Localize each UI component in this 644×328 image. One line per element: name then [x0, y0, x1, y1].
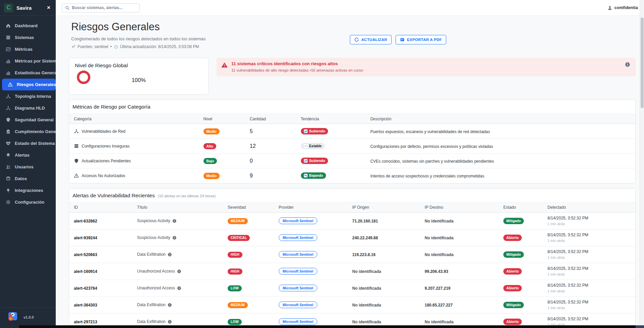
sidebar-item-seguridad-general[interactable]: Seguridad General: [0, 114, 56, 126]
search-box: [62, 3, 140, 12]
ip-destination: No identificada: [425, 219, 454, 223]
provider-badge: Microsoft Sentinel: [279, 318, 317, 325]
trend-badge: Bajando: [301, 172, 326, 179]
sidebar-item-configuraci-n[interactable]: Configuración: [0, 196, 56, 208]
alerts-col-header: Detectado: [548, 202, 635, 212]
satellite-icon: [71, 45, 76, 49]
sidebar-item-label: Usuarios: [15, 164, 34, 169]
user-menu[interactable]: comfidentia: [607, 5, 638, 10]
status-badge: Abierto: [503, 235, 522, 241]
detected-ago: 1 min atrás: [548, 306, 633, 310]
topbar: comfidentia: [56, 0, 644, 16]
sidebar-item-topolog-a-interna[interactable]: Topología Interna: [0, 90, 56, 102]
risk-metrics-card: Métricas de Riesgo por Categoría Categor…: [69, 99, 636, 183]
brand: C Savira ×: [0, 0, 56, 16]
ip-origin: 240.22.249.88: [352, 236, 378, 240]
sidebar-item-datos[interactable]: Datos: [0, 173, 56, 184]
info-icon[interactable]: [168, 320, 172, 324]
banner-texts: 11 sistemas críticos identificados con r…: [231, 61, 363, 72]
alert-row: alert-423764 Unauthorized Access LOW Mic…: [69, 280, 635, 296]
sidebar-item-dashboard[interactable]: Dashboard: [0, 20, 56, 32]
detected-time: 8/14/2025, 3:52:32 PM: [548, 317, 633, 321]
header-actions: ACTUALIZAR EXPORTAR A PDF: [350, 35, 446, 44]
sidebar-item-label: Métricas: [15, 47, 33, 52]
info-icon[interactable]: [168, 252, 172, 257]
export-pdf-button[interactable]: EXPORTAR A PDF: [396, 35, 446, 44]
metrics-col-header: Descripción: [370, 114, 635, 124]
sidebar-item-diagrama-hld[interactable]: Diagrama HLD: [0, 102, 56, 114]
global-risk-card: Nivel de Riesgo Global 100%: [69, 58, 209, 95]
heart-icon: [6, 141, 11, 146]
server-icon: [74, 144, 79, 149]
sidebar-item-integraciones[interactable]: Integraciones: [0, 184, 56, 196]
risk-metrics-table: CategoríaNivelCantidadTendenciaDescripci…: [69, 114, 635, 183]
detected-time: 8/14/2025, 3:52:32 PM: [548, 266, 633, 271]
global-risk-title: Nivel de Riesgo Global: [69, 58, 208, 69]
sidebar-close-icon[interactable]: ×: [46, 4, 52, 11]
search-icon: [65, 6, 70, 10]
sidebar-item-cumplimiento-general[interactable]: Cumplimiento General: [0, 126, 56, 137]
category-description: Intentos de acceso sospechosos y credenc…: [370, 174, 485, 178]
sidebar-item-sistemas[interactable]: Sistemas: [0, 32, 56, 43]
sidebar-item-estad-sticas-generales[interactable]: Estadísticas Generales: [0, 67, 56, 79]
sidebar-item-alertas[interactable]: Alertas: [0, 149, 56, 161]
risk-gauge-value: 100%: [69, 77, 208, 83]
server-icon: [6, 35, 11, 40]
summary-row: Nivel de Riesgo Global 100% 11 sistemas …: [69, 58, 636, 95]
page-meta: Fuentes: sentinel • Última actualización…: [71, 44, 636, 49]
sidebar-item-m-tricas-por-sistema[interactable]: Métricas por Sistema: [0, 55, 56, 67]
detected-ago: 1 min atrás: [548, 289, 633, 293]
metrics-col-header: Categoría: [69, 114, 203, 124]
sidebar-item-label: Cumplimiento General: [15, 129, 56, 134]
sidebar-item-riesgos-generales[interactable]: Riesgos Generales: [2, 79, 56, 90]
info-icon[interactable]: [168, 303, 172, 307]
ip-origin: No identificada: [352, 320, 381, 324]
assistant-robot-icon[interactable]: [6, 311, 18, 323]
sidebar-item-m-tricas[interactable]: Métricas: [0, 43, 56, 55]
trend-badge: Estable: [301, 143, 325, 149]
refresh-button[interactable]: ACTUALIZAR: [350, 35, 392, 44]
sidebar-item-label: Métricas por Sistema: [15, 58, 56, 64]
status-badge: Abierto: [503, 268, 522, 275]
severity-badge: HIGH: [228, 269, 242, 275]
alert-title: Suspicious Activity: [137, 235, 170, 240]
sidebar: C Savira × Dashboard Sistemas Métricas M…: [0, 0, 56, 328]
bar-chart-icon: [6, 58, 11, 64]
shield-icon: [6, 117, 11, 123]
info-icon[interactable]: [172, 236, 177, 240]
meta-separator: •: [110, 44, 111, 49]
category-description: Configuraciones por defecto, permisos ex…: [370, 144, 493, 149]
search-input[interactable]: [72, 5, 136, 10]
ip-origin: No identificada: [352, 286, 381, 291]
ip-origin: 119.223.8.16: [352, 252, 375, 257]
info-icon[interactable]: [172, 219, 177, 223]
detected-ago: 1 min atrás: [548, 272, 633, 276]
info-icon[interactable]: [177, 286, 181, 290]
main-area: comfidentia Riesgos Generales Conglomera…: [56, 0, 644, 328]
metrics-row: Configuraciones Inseguras Alto 12 Establ…: [69, 139, 635, 154]
ip-origin: 71.20.160.181: [352, 219, 378, 223]
vertical-scrollbar[interactable]: [640, 0, 644, 328]
topology-icon: [6, 106, 11, 111]
sidebar-item-usuarios[interactable]: Usuarios: [0, 161, 56, 173]
info-icon[interactable]: [625, 62, 630, 72]
level-badge: Bajo: [203, 158, 217, 164]
sidebar-item-label: Sistemas: [15, 35, 34, 40]
alerts-col-header: IP Destino: [425, 202, 503, 212]
status-badge: Abierto: [503, 319, 522, 325]
severity-badge: LOW: [228, 285, 242, 291]
scrollbar-thumb[interactable]: [641, 17, 644, 108]
topology-icon: [6, 94, 11, 99]
info-icon[interactable]: [177, 269, 181, 274]
alerts-col-header: Título: [137, 202, 228, 212]
metrics-row: Accesos No Autorizados Medio 9 Bajando I…: [69, 168, 635, 183]
sidebar-nav: Dashboard Sistemas Métricas Métricas por…: [0, 16, 56, 212]
sidebar-item-estado-del-sistema[interactable]: Estado del Sistema: [0, 137, 56, 149]
clipboard-check-icon: [6, 129, 11, 134]
sources-text: Fuentes: sentinel: [78, 44, 108, 49]
count-value: 0: [250, 158, 253, 164]
app-version: v1.0.0: [24, 315, 34, 319]
count-value: 12: [250, 143, 256, 149]
banner-title: 11 sistemas críticos identificados con r…: [231, 61, 363, 66]
content: Riesgos Generales Conglomerado de todos …: [56, 16, 644, 328]
